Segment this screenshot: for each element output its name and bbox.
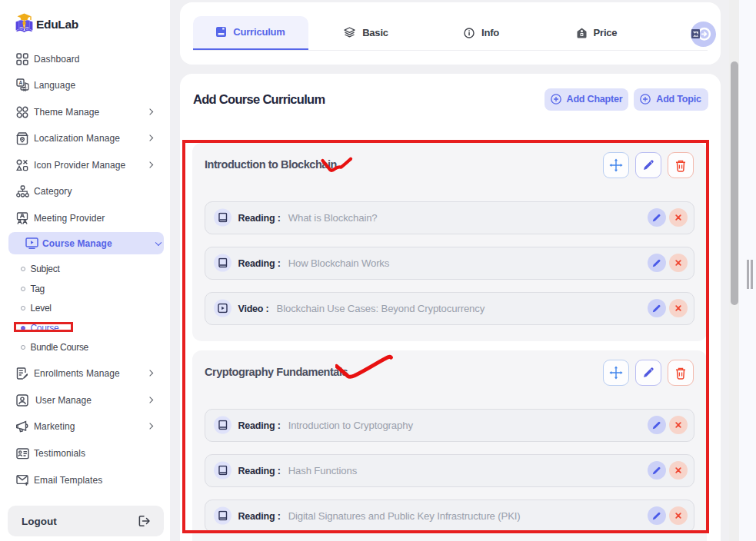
svg-text:A: A	[18, 80, 22, 85]
